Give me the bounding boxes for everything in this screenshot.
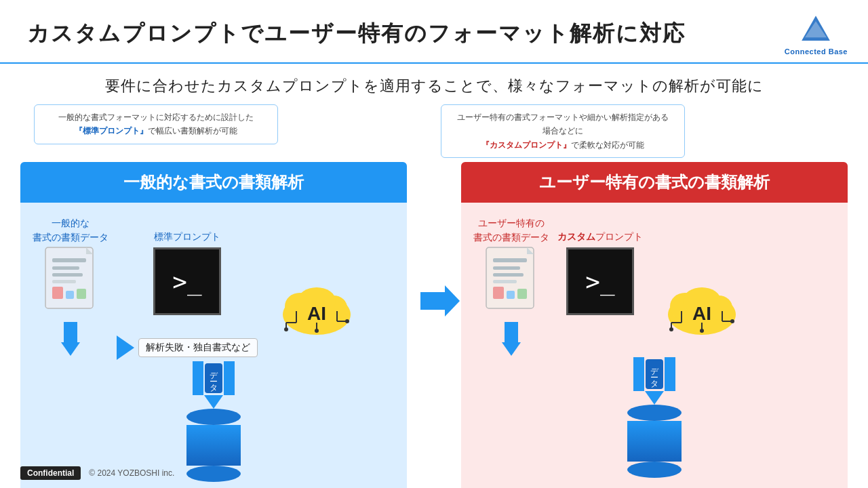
logo-text: Connected Base	[785, 47, 848, 56]
right-panel: ユーザー特有の書式の書類解析 ユーザー特有の 書式の書類データ	[461, 162, 848, 488]
left-info-highlight: 『標準プロンプト』	[75, 126, 148, 136]
right-ai-cloud-icon: AI	[658, 274, 746, 342]
svg-point-23	[345, 319, 349, 323]
center-arrow	[420, 284, 461, 318]
left-ai-area: AI	[273, 274, 361, 344]
svg-rect-3	[52, 258, 86, 262]
svg-rect-8	[66, 291, 74, 299]
logo-icon	[800, 12, 832, 45]
svg-point-46	[700, 329, 704, 333]
left-terminal-box: >_	[153, 247, 221, 315]
left-data-label: データ化	[205, 363, 222, 393]
left-terminal-area: 標準プロンプト >_ 解析失敗・独自書式など	[117, 231, 258, 360]
left-panel-header: 一般的な書式の書類解析	[20, 162, 407, 203]
svg-text:AI: AI	[692, 303, 711, 324]
right-prompt-label: カスタムプロンプト	[557, 231, 643, 243]
info-boxes-row: 一般的な書式フォーマットに対応するために設計した 『標準プロンプト』で幅広い書類…	[0, 104, 868, 158]
right-info-box-wrapper: ユーザー特有の書式フォーマットや細かい解析指定がある場合などに 『カスタムプロン…	[441, 104, 834, 158]
svg-rect-30	[493, 280, 517, 283]
svg-rect-29	[493, 273, 524, 277]
error-label: 解析失敗・独自書式など	[138, 338, 258, 357]
left-ai-cloud-icon: AI	[273, 274, 361, 342]
svg-rect-5	[52, 273, 83, 277]
svg-rect-28	[493, 266, 520, 270]
svg-point-45	[669, 327, 673, 331]
right-terminal-symbol: >_	[585, 268, 614, 296]
right-ai-area: AI	[658, 274, 746, 342]
subtitle: 要件に合わせたカスタムプロンプトを適用することで、様々なフォーマットの解析が可能…	[0, 64, 868, 104]
left-doc-label: 一般的な 書式の書類データ	[33, 216, 108, 245]
page-header: カスタムプロンプトでユーザー特有のフォーマット解析に対応 Connected B…	[0, 0, 868, 64]
svg-rect-7	[52, 287, 63, 299]
center-arrow-icon	[420, 284, 461, 318]
right-panel-header: ユーザー特有の書式の書類解析	[461, 162, 848, 203]
svg-text:AI: AI	[307, 303, 326, 324]
left-bottom-area: データ化	[20, 361, 407, 482]
svg-point-22	[315, 329, 319, 333]
svg-rect-26	[486, 247, 534, 308]
left-info-box-wrapper: 一般的な書式フォーマットに対応するために設計した 『標準プロンプト』で幅広い書類…	[34, 104, 427, 158]
svg-marker-25	[420, 285, 460, 317]
left-panel: 一般的な書式の書類解析 一般的な 書式の書類データ	[20, 162, 407, 488]
right-terminal-area: カスタムプロンプト >_	[557, 231, 643, 315]
right-info-line2-rest: で柔軟な対応が可能	[571, 140, 644, 150]
svg-point-21	[284, 327, 288, 331]
left-info-line1: 一般的な書式フォーマットに対応するために設計した	[58, 113, 254, 122]
left-doc-area: 一般的な 書式の書類データ	[33, 216, 108, 356]
svg-rect-31	[493, 287, 504, 299]
right-info-line1: ユーザー特有の書式フォーマットや細かい解析指定がある場合などに	[457, 113, 669, 136]
logo-area: Connected Base	[785, 12, 848, 56]
left-document-icon	[40, 245, 101, 319]
svg-rect-27	[493, 258, 527, 262]
svg-rect-4	[52, 266, 79, 270]
left-info-line2-rest: で幅広い書類解析が可能	[148, 126, 237, 136]
right-document-icon	[481, 245, 542, 319]
svg-point-47	[730, 319, 734, 323]
right-data-label: データ化	[646, 359, 663, 389]
left-terminal-symbol: >_	[172, 268, 201, 296]
left-doc-arrow-down	[61, 322, 80, 356]
svg-rect-33	[517, 289, 527, 299]
left-prompt-label: 標準プロンプト	[154, 231, 220, 243]
confidential-badge: Confidential	[20, 466, 81, 480]
left-info-box: 一般的な書式フォーマットに対応するために設計した 『標準プロンプト』で幅広い書類…	[34, 104, 278, 144]
right-bottom-area: データ化	[461, 357, 848, 478]
right-info-box: ユーザー特有の書式フォーマットや細かい解析指定がある場合などに 『カスタムプロン…	[441, 104, 685, 158]
footer: Confidential © 2024 YOZBOSHI inc.	[0, 466, 868, 480]
copyright-text: © 2024 YOZBOSHI inc.	[89, 468, 174, 478]
svg-rect-2	[45, 247, 93, 308]
right-doc-arrow-down	[502, 322, 521, 356]
left-error-area: 解析失敗・独自書式など	[117, 336, 258, 360]
svg-rect-32	[507, 291, 515, 299]
left-arrow-right-to-error	[117, 336, 134, 360]
svg-rect-9	[77, 289, 86, 299]
right-info-highlight: 『カスタムプロンプト』	[481, 140, 571, 150]
right-doc-area: ユーザー特有の 書式の書類データ	[473, 216, 549, 356]
right-terminal-box: >_	[566, 247, 634, 315]
svg-rect-6	[52, 280, 76, 283]
page-title: カスタムプロンプトでユーザー特有のフォーマット解析に対応	[27, 19, 686, 49]
main-content: 一般的な書式の書類解析 一般的な 書式の書類データ	[0, 162, 868, 488]
right-doc-label: ユーザー特有の 書式の書類データ	[473, 216, 549, 245]
